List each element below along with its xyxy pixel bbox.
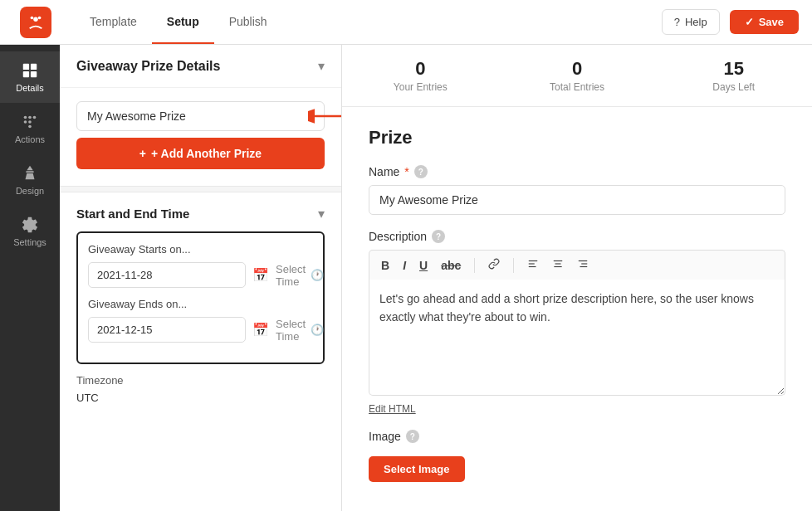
svg-point-7 bbox=[28, 116, 32, 119]
chevron-down-icon[interactable]: ▾ bbox=[318, 58, 325, 74]
top-nav: Template Setup Publish ? Help ✓ Save bbox=[0, 0, 812, 45]
time-section-header: Start and End Time ▾ bbox=[60, 192, 341, 231]
date-range-section: Giveaway Starts on... 📅 Select Time 🕐 Gi… bbox=[76, 231, 325, 364]
edit-html-link[interactable]: Edit HTML bbox=[369, 403, 416, 415]
sidebar-item-details[interactable]: Details bbox=[0, 51, 60, 103]
svg-rect-3 bbox=[23, 64, 29, 70]
design-icon bbox=[21, 164, 39, 182]
check-icon: ✓ bbox=[745, 16, 754, 28]
tab-setup[interactable]: Setup bbox=[152, 0, 214, 44]
required-star: * bbox=[404, 165, 408, 178]
sidebar-item-design-label: Design bbox=[16, 186, 44, 196]
sidebar-item-actions[interactable]: Actions bbox=[0, 103, 60, 154]
help-icon: ? bbox=[674, 16, 680, 28]
link-icon bbox=[488, 258, 500, 270]
strikethrough-button[interactable]: abc bbox=[438, 257, 464, 274]
image-section: Image ? Select Image bbox=[369, 430, 785, 482]
toolbar-separator-1 bbox=[474, 258, 475, 273]
time-chevron-icon[interactable]: ▾ bbox=[318, 206, 325, 221]
end-date-row: 📅 Select Time 🕐 bbox=[88, 317, 313, 343]
end-date-input[interactable] bbox=[88, 317, 246, 343]
start-time-placeholder: Select Time bbox=[276, 263, 306, 288]
middle-panel: Giveaway Prize Details ▾ + + Add Another… bbox=[60, 45, 342, 511]
prize-heading: Prize bbox=[369, 127, 785, 148]
description-toolbar: B I U abc bbox=[369, 250, 785, 280]
svg-point-9 bbox=[28, 125, 32, 129]
timezone-value: UTC bbox=[76, 392, 325, 404]
link-button[interactable] bbox=[485, 256, 503, 274]
details-icon bbox=[21, 61, 39, 80]
description-textarea[interactable]: Let's go ahead and add a short prize des… bbox=[369, 280, 785, 396]
description-info-icon[interactable]: ? bbox=[432, 230, 445, 243]
giveaway-section-title: Giveaway Prize Details bbox=[76, 59, 220, 74]
stat-total-entries: 0 Total Entries bbox=[499, 58, 656, 93]
underline-button[interactable]: U bbox=[416, 257, 431, 274]
align-center-button[interactable] bbox=[549, 256, 567, 274]
select-image-button[interactable]: Select Image bbox=[369, 456, 465, 482]
plus-icon: + bbox=[139, 147, 146, 160]
italic-button[interactable]: I bbox=[399, 257, 409, 274]
name-field-label: Name * ? bbox=[369, 165, 785, 178]
svg-point-0 bbox=[33, 17, 38, 21]
tab-publish[interactable]: Publish bbox=[214, 0, 282, 44]
bold-button[interactable]: B bbox=[378, 257, 393, 274]
svg-point-11 bbox=[24, 120, 27, 124]
help-button[interactable]: ? Help bbox=[662, 9, 720, 35]
settings-icon bbox=[21, 216, 39, 234]
nav-tabs: Template Setup Publish bbox=[75, 0, 282, 44]
section-divider bbox=[60, 186, 341, 192]
svg-rect-5 bbox=[23, 71, 29, 77]
tab-template[interactable]: Template bbox=[75, 0, 152, 44]
timezone-section: Timezone UTC bbox=[60, 374, 341, 421]
description-field-label: Description ? bbox=[369, 230, 785, 243]
save-button[interactable]: ✓ Save bbox=[730, 10, 799, 34]
prize-name-input[interactable] bbox=[76, 101, 325, 131]
start-date-row: 📅 Select Time 🕐 bbox=[88, 262, 313, 288]
main-layout: Details Actions Design bbox=[0, 45, 812, 511]
your-entries-number: 0 bbox=[342, 58, 499, 80]
timezone-label: Timezone bbox=[76, 374, 325, 387]
start-date-label: Giveaway Starts on... bbox=[88, 243, 313, 256]
total-entries-label: Total Entries bbox=[499, 81, 656, 93]
name-info-icon[interactable]: ? bbox=[414, 165, 428, 178]
red-arrow-annotation bbox=[308, 104, 342, 129]
your-entries-label: Your Entries bbox=[342, 81, 499, 93]
sidebar-item-design[interactable]: Design bbox=[0, 154, 60, 206]
calendar-icon-end[interactable]: 📅 bbox=[252, 322, 269, 338]
sidebar-item-actions-label: Actions bbox=[15, 134, 45, 144]
align-right-button[interactable] bbox=[574, 256, 592, 274]
clock-icon-start: 🕐 bbox=[311, 269, 324, 281]
align-left-button[interactable] bbox=[524, 256, 542, 274]
align-left-icon bbox=[527, 258, 539, 270]
clock-icon-end: 🕐 bbox=[311, 324, 324, 336]
nav-right: ? Help ✓ Save bbox=[662, 9, 799, 35]
add-prize-button[interactable]: + + Add Another Prize bbox=[76, 138, 325, 169]
calendar-icon-start[interactable]: 📅 bbox=[252, 267, 269, 283]
stat-days-left: 15 Days Left bbox=[655, 58, 812, 93]
svg-point-1 bbox=[31, 16, 34, 19]
end-time-placeholder: Select Time bbox=[276, 318, 306, 343]
svg-point-10 bbox=[24, 116, 27, 119]
toolbar-separator-2 bbox=[513, 258, 514, 273]
svg-point-2 bbox=[38, 16, 42, 19]
image-info-icon[interactable]: ? bbox=[406, 430, 419, 443]
sidebar-item-settings-label: Settings bbox=[13, 237, 46, 247]
giveaway-section-header: Giveaway Prize Details ▾ bbox=[60, 45, 341, 88]
sidebar-item-settings[interactable]: Settings bbox=[0, 206, 60, 257]
logo-icon bbox=[20, 7, 51, 38]
actions-icon bbox=[21, 113, 39, 131]
start-time-select[interactable]: Select Time 🕐 bbox=[276, 263, 324, 288]
end-date-label: Giveaway Ends on... bbox=[88, 298, 313, 310]
start-date-input[interactable] bbox=[88, 262, 246, 288]
image-field-label: Image ? bbox=[369, 430, 785, 443]
svg-rect-13 bbox=[26, 171, 33, 173]
stats-bar: 0 Your Entries 0 Total Entries 15 Days L… bbox=[342, 45, 812, 107]
end-time-select[interactable]: Select Time 🕐 bbox=[276, 318, 324, 343]
days-left-number: 15 bbox=[655, 58, 812, 80]
logo-area bbox=[13, 7, 58, 38]
prize-name-field[interactable] bbox=[369, 185, 785, 215]
total-entries-number: 0 bbox=[499, 58, 656, 80]
svg-rect-4 bbox=[31, 64, 37, 70]
stat-your-entries: 0 Your Entries bbox=[342, 58, 499, 93]
sidebar: Details Actions Design bbox=[0, 45, 60, 511]
